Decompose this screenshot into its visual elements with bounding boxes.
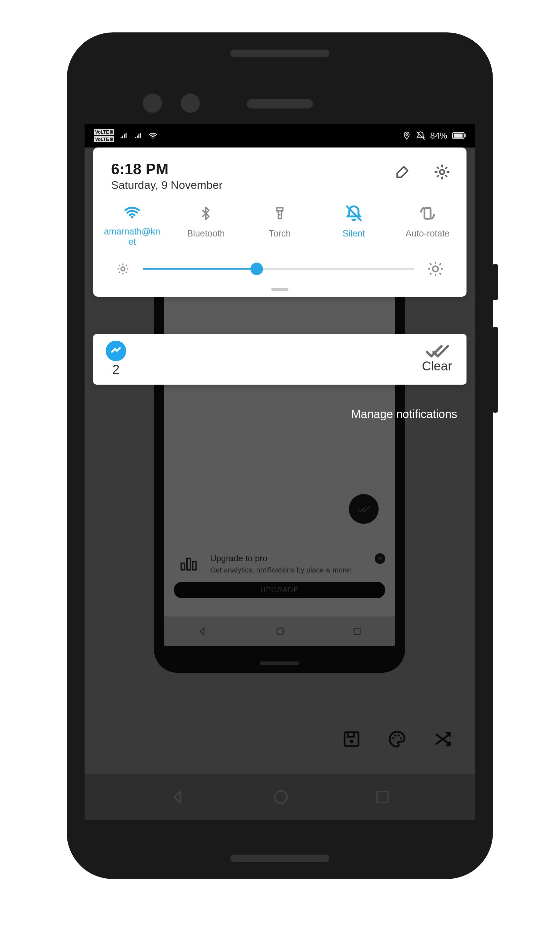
frame-camera: [181, 94, 200, 113]
svg-rect-23: [425, 208, 431, 219]
settings-icon[interactable]: [433, 163, 451, 180]
svg-point-25: [433, 266, 439, 272]
frame-power-button: [492, 264, 498, 300]
volte-badges: VoLTE VoLTE: [94, 129, 114, 142]
svg-point-9: [394, 734, 397, 737]
phone-device-frame: Please allow Notification Hub Notificati…: [67, 32, 493, 879]
flashlight-icon: [273, 204, 287, 223]
svg-point-14: [153, 138, 153, 139]
svg-point-7: [350, 739, 353, 743]
nav-home-icon[interactable]: [272, 788, 290, 806]
messenger-icon[interactable]: [106, 341, 126, 361]
svg-point-15: [406, 134, 407, 135]
nav-back-icon[interactable]: [169, 788, 187, 806]
qs-tile-label: amarnath@knet: [104, 226, 160, 247]
qs-expand-handle[interactable]: [271, 288, 288, 291]
frame-sensor: [143, 94, 162, 113]
svg-point-12: [275, 791, 287, 803]
frame-top-notch: [230, 49, 329, 57]
save-icon[interactable]: [342, 730, 361, 748]
palette-icon[interactable]: [387, 729, 407, 749]
shuffle-icon[interactable]: [433, 730, 452, 748]
qs-tile-autorotate[interactable]: Auto-rotate: [391, 204, 465, 247]
svg-point-8: [393, 737, 395, 739]
clear-all-icon[interactable]: [425, 344, 449, 359]
qs-tile-label: Bluetooth: [187, 228, 225, 239]
svg-rect-17: [454, 134, 463, 138]
svg-point-10: [398, 734, 400, 737]
brightness-slider[interactable]: [143, 268, 414, 270]
clear-button[interactable]: Clear: [422, 359, 452, 373]
location-icon: [402, 131, 411, 140]
system-nav-bar: [84, 774, 475, 820]
notification-count: 2: [112, 362, 119, 377]
qs-tile-silent[interactable]: Silent: [317, 204, 391, 247]
svg-point-22: [279, 214, 281, 215]
svg-rect-13: [377, 791, 388, 802]
svg-point-11: [400, 737, 402, 739]
editor-toolbar: [342, 729, 452, 749]
frame-bottom-notch: [230, 855, 329, 862]
quick-settings-panel: 6:18 PM Saturday, 9 November amarnat: [93, 148, 466, 297]
status-bar: VoLTE VoLTE 84%: [84, 124, 475, 148]
wifi-icon: [148, 131, 158, 140]
edit-icon[interactable]: [394, 164, 410, 180]
qs-tile-label: Silent: [343, 228, 365, 239]
signal-icon: [133, 132, 143, 140]
qs-tile-label: Torch: [269, 228, 291, 239]
qs-tile-wifi[interactable]: amarnath@knet: [95, 204, 169, 247]
brightness-low-icon: [116, 262, 129, 276]
brightness-high-icon: [428, 261, 443, 277]
frame-speaker: [247, 99, 313, 108]
silent-icon: [345, 204, 363, 223]
preview-home-indicator: [260, 661, 299, 665]
qs-tile-bluetooth[interactable]: Bluetooth: [169, 204, 243, 247]
battery-percentage: 84%: [430, 131, 447, 141]
wifi-icon: [123, 204, 141, 220]
manage-notifications-link[interactable]: Manage notifications: [351, 408, 457, 421]
qs-time: 6:18 PM: [111, 160, 222, 178]
svg-rect-5: [345, 732, 359, 746]
battery-icon: [452, 132, 466, 139]
auto-rotate-icon: [418, 204, 437, 223]
svg-rect-6: [348, 732, 354, 737]
notification-panel[interactable]: 2 Clear: [93, 334, 466, 385]
qs-tile-torch[interactable]: Torch: [243, 204, 317, 247]
svg-rect-21: [277, 208, 283, 211]
svg-point-20: [131, 216, 133, 219]
svg-point-24: [121, 267, 125, 271]
signal-icon: [119, 132, 129, 140]
bluetooth-icon: [199, 204, 213, 223]
brightness-row: [93, 250, 466, 286]
svg-point-19: [440, 170, 444, 174]
frame-volume-button: [492, 327, 498, 413]
qs-tile-label: Auto-rotate: [405, 228, 450, 239]
qs-date: Saturday, 9 November: [111, 179, 222, 191]
mute-icon: [416, 131, 425, 140]
nav-recents-icon[interactable]: [374, 789, 391, 805]
svg-rect-18: [465, 134, 465, 137]
